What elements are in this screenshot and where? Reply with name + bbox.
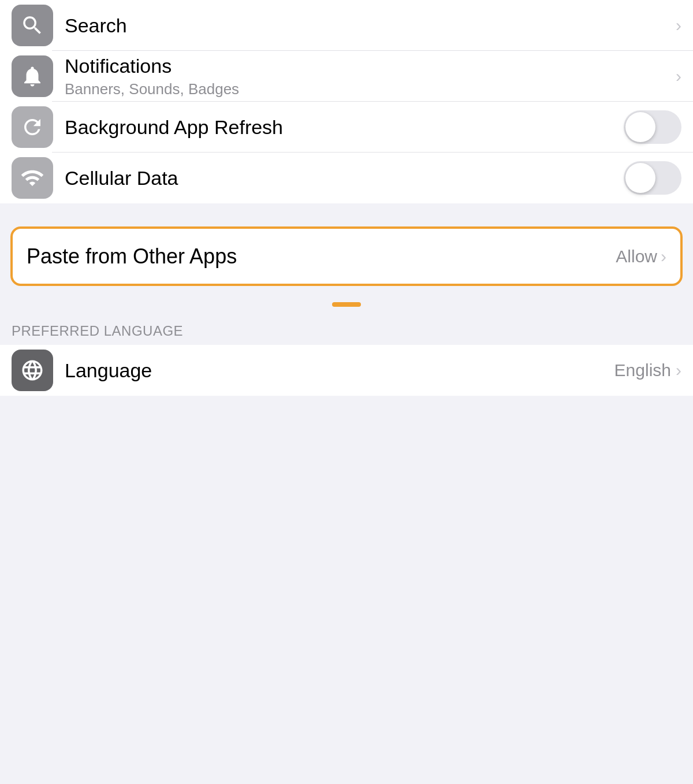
notifications-setting-item[interactable]: Notifications Banners, Sounds, Badges › xyxy=(0,51,693,102)
settings-page: Search › Notifications Banners, Sounds, … xyxy=(0,0,693,396)
cellular-data-content: Cellular Data xyxy=(65,166,624,190)
search-icon xyxy=(20,13,44,38)
paste-from-other-apps-section: Paste from Other Apps Allow › xyxy=(10,226,683,286)
notifications-item-subtitle: Banners, Sounds, Badges xyxy=(65,80,676,98)
paste-from-other-apps-item[interactable]: Paste from Other Apps Allow › xyxy=(10,226,683,286)
bell-icon xyxy=(20,64,44,88)
notifications-item-title: Notifications xyxy=(65,54,676,78)
search-chevron-icon: › xyxy=(676,16,681,35)
language-chevron-icon: › xyxy=(676,361,681,380)
search-setting-item[interactable]: Search › xyxy=(0,0,693,51)
globe-icon xyxy=(20,358,44,382)
search-item-title: Search xyxy=(65,14,676,38)
background-refresh-toggle-knob xyxy=(625,112,655,142)
search-item-right: › xyxy=(676,16,681,35)
language-value: English xyxy=(614,361,671,380)
language-item-title: Language xyxy=(65,359,614,382)
search-item-content: Search xyxy=(65,14,676,38)
cellular-data-right xyxy=(624,161,681,195)
background-refresh-content: Background App Refresh xyxy=(65,116,624,139)
language-item-right: English › xyxy=(614,361,681,380)
notifications-item-content: Notifications Banners, Sounds, Badges xyxy=(65,54,676,98)
language-item-content: Language xyxy=(65,359,614,382)
cellular-icon-wrap xyxy=(12,157,53,199)
background-refresh-icon-wrap xyxy=(12,106,53,148)
cellular-data-toggle[interactable] xyxy=(624,161,681,195)
search-icon-wrap xyxy=(12,5,53,46)
background-refresh-right xyxy=(624,110,681,144)
background-refresh-setting-item[interactable]: Background App Refresh xyxy=(0,102,693,153)
paste-from-other-apps-right: Allow › xyxy=(616,247,666,266)
main-settings-list: Search › Notifications Banners, Sounds, … xyxy=(0,0,693,203)
language-icon-wrap xyxy=(12,350,53,391)
paste-from-other-apps-title: Paste from Other Apps xyxy=(27,244,237,269)
cellular-icon xyxy=(20,166,44,190)
cellular-data-title: Cellular Data xyxy=(65,166,624,190)
preferred-language-section-header: PREFERRED LANGUAGE xyxy=(0,311,693,345)
paste-from-other-apps-value: Allow xyxy=(616,247,657,266)
scroll-indicator xyxy=(332,302,361,307)
preferred-language-header-text: PREFERRED LANGUAGE xyxy=(12,323,183,339)
cellular-data-setting-item[interactable]: Cellular Data xyxy=(0,153,693,203)
language-setting-item[interactable]: Language English › xyxy=(0,345,693,396)
background-refresh-title: Background App Refresh xyxy=(65,116,624,139)
notifications-item-right: › xyxy=(676,66,681,86)
notifications-icon-wrap xyxy=(12,55,53,97)
cellular-data-toggle-knob xyxy=(625,163,655,193)
paste-from-other-apps-chevron-icon: › xyxy=(661,247,666,266)
background-refresh-toggle[interactable] xyxy=(624,110,681,144)
language-list: Language English › xyxy=(0,345,693,396)
refresh-icon xyxy=(20,115,44,139)
notifications-chevron-icon: › xyxy=(676,66,681,86)
